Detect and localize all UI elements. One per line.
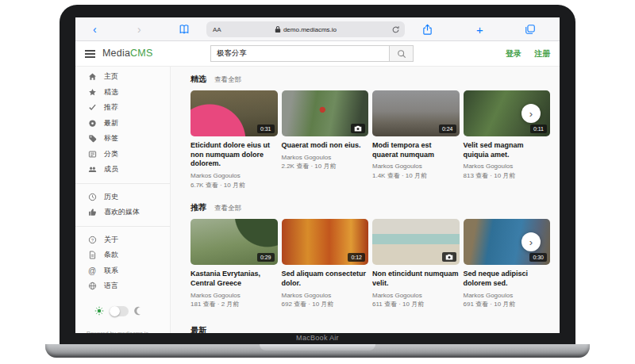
browser-forward-button[interactable]: › (137, 17, 141, 41)
media-author[interactable]: Markos Gogoulos (282, 291, 369, 301)
tag-icon (87, 134, 97, 144)
media-meta: 6.7K 查看 · 10 月前 (190, 181, 278, 190)
duration-badge: 0:30 (529, 253, 547, 262)
media-author[interactable]: Markos Gogoulos (464, 162, 551, 171)
url-text: demo.mediacms.io (283, 26, 337, 33)
media-card[interactable]: Non etincidunt numquam velit. Markos Gog… (372, 219, 460, 312)
media-card[interactable]: 0:31 Eticidunt dolore eius ut non numqua… (190, 90, 278, 190)
sidebar-item-recommended[interactable]: 推荐 (75, 100, 170, 116)
sidebar-item-tags[interactable]: 标签 (75, 131, 170, 147)
sidebar-divider (75, 183, 170, 184)
register-link[interactable]: 注册 (534, 48, 550, 59)
view-all-link[interactable]: 查看全部 (214, 75, 241, 85)
reload-icon[interactable] (391, 25, 400, 34)
media-title[interactable]: Sed neque adipisci dolorem sed. (464, 270, 551, 288)
powered-by-link[interactable]: Powered by mediacms.io (75, 331, 170, 334)
media-meta: 181 查看 · 2 月前 (190, 300, 278, 309)
media-title[interactable]: Kastania Evrytanias, Central Greece (190, 270, 278, 288)
address-bar[interactable]: AA demo.mediacms.io (206, 21, 405, 37)
chevron-right-icon: › (529, 236, 533, 248)
media-author[interactable]: Markos Gogoulos (372, 162, 460, 171)
sidebar-item-liked-media[interactable]: 喜欢的媒体 (75, 205, 170, 220)
media-author[interactable]: Markos Gogoulos (190, 171, 278, 181)
duration-badge: 0:11 (530, 125, 547, 133)
sidebar-item-members[interactable]: 成员 (75, 162, 170, 178)
media-title[interactable]: Eticidunt dolore eius ut non numquam dol… (190, 141, 278, 169)
macbook-mockup: ‹ › AA demo.mediacms.io (0, 0, 635, 364)
sidebar-item-featured[interactable]: 精选 (75, 85, 170, 101)
media-thumbnail[interactable] (372, 219, 460, 265)
safari-toolbar: ‹ › AA demo.mediacms.io (75, 17, 560, 41)
sidebar-item-contact[interactable]: @ 联系 (75, 263, 170, 279)
search-icon (397, 49, 406, 59)
laptop-screen: ‹ › AA demo.mediacms.io (75, 17, 560, 333)
site-header: MediaCMS 登录 注册 (75, 41, 560, 67)
media-title[interactable]: Quaerat modi non eius. (282, 141, 369, 151)
media-meta: 813 查看 · 10 月前 (464, 171, 551, 181)
home-icon (87, 72, 97, 82)
media-title[interactable]: Modi tempora est quaerat numquam (372, 141, 460, 159)
search-input[interactable] (210, 45, 390, 62)
browser-back-button[interactable]: ‹ (93, 17, 97, 41)
device-label: MacBook Air (60, 334, 575, 342)
section-title: 精选 (190, 74, 206, 85)
site-logo[interactable]: MediaCMS (102, 48, 152, 59)
media-card[interactable]: 0:24 Modi tempora est quaerat numquam Ma… (372, 90, 460, 190)
laptop-bezel: ‹ › AA demo.mediacms.io (60, 5, 575, 344)
members-icon (87, 165, 97, 174)
sidebar-item-terms[interactable]: 条款 (75, 247, 170, 263)
menu-toggle-icon[interactable] (85, 48, 96, 59)
media-thumbnail[interactable] (282, 90, 369, 136)
media-thumbnail[interactable]: 0:12 (282, 219, 369, 265)
media-author[interactable]: Markos Gogoulos (190, 291, 278, 301)
login-link[interactable]: 登录 (506, 48, 521, 59)
duration-badge: 0:12 (348, 253, 365, 262)
media-author[interactable]: Markos Gogoulos (372, 291, 460, 301)
theme-switcher (75, 305, 170, 319)
chevron-right-icon: › (529, 108, 533, 120)
media-card[interactable]: 0:30 Sed neque adipisci dolorem sed. Mar… (464, 219, 551, 312)
sidebar-divider (75, 226, 170, 227)
media-title[interactable]: Non etincidunt numquam velit. (372, 270, 460, 288)
media-title[interactable]: Sed aliquam consectetur dolor. (282, 270, 369, 288)
new-icon (87, 118, 97, 128)
duration-badge: 0:31 (257, 125, 275, 133)
media-author[interactable]: Markos Gogoulos (464, 291, 551, 301)
search-button[interactable] (390, 45, 414, 62)
sidebar: 主页 精选 推荐 最新 (75, 67, 171, 333)
tabs-overview-icon[interactable] (525, 17, 536, 41)
media-thumbnail[interactable]: 0:29 (190, 219, 278, 265)
sidebar-item-latest[interactable]: 最新 (75, 116, 170, 132)
section-featured: 精选 查看全部 0:31 Eticidunt dolore eius ut no… (190, 74, 550, 190)
light-mode-icon (94, 305, 104, 319)
carousel-next-button[interactable]: › (521, 104, 541, 123)
media-title[interactable]: Velit sed magnam quiquia amet. (464, 141, 551, 159)
sidebar-item-home[interactable]: 主页 (75, 69, 170, 85)
section-latest: 最新 (190, 325, 550, 333)
duration-badge: 0:24 (439, 125, 456, 133)
categories-icon (87, 149, 97, 159)
share-icon[interactable] (422, 17, 433, 41)
section-recommended: 推荐 查看全部 0:29 Kastania Evrytanias, Centra… (190, 202, 550, 312)
sidebar-item-history[interactable]: 历史 (75, 190, 170, 205)
camera-icon (351, 124, 365, 133)
media-card[interactable]: 0:29 Kastania Evrytanias, Central Greece… (190, 219, 278, 312)
view-all-link[interactable]: 查看全部 (214, 204, 241, 213)
theme-toggle[interactable] (110, 306, 129, 316)
media-card[interactable]: Quaerat modi non eius. Markos Gogoulos 2… (282, 90, 369, 190)
history-icon (87, 192, 97, 201)
sidebar-item-about[interactable]: ? 关于 (75, 232, 170, 248)
section-title: 最新 (190, 325, 206, 333)
new-tab-button[interactable]: + (476, 17, 483, 41)
contact-icon: @ (87, 266, 97, 275)
media-author[interactable]: Markos Gogoulos (282, 153, 369, 163)
sidebar-item-language[interactable]: 语言 (75, 278, 170, 294)
bookmarks-icon[interactable] (179, 17, 190, 41)
svg-text:?: ? (90, 237, 93, 242)
media-thumbnail[interactable]: 0:31 (190, 90, 278, 136)
media-meta: 2.2K 查看 · 10 月前 (282, 162, 369, 171)
media-card[interactable]: 0:12 Sed aliquam consectetur dolor. Mark… (282, 219, 369, 312)
media-thumbnail[interactable]: 0:24 (372, 90, 460, 136)
sidebar-item-categories[interactable]: 分类 (75, 147, 170, 163)
reader-options-button[interactable]: AA (213, 26, 221, 33)
